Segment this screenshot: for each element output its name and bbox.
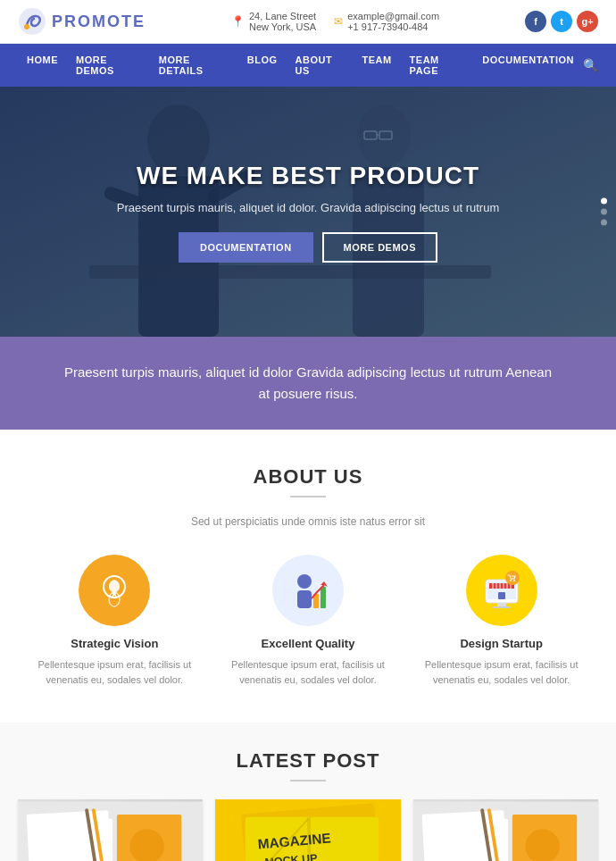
- navigation: HOME MORE DEMOS MORE DETAILS BLOG ABOUT …: [0, 44, 616, 87]
- logo-icon: [18, 7, 46, 36]
- phone-number: +1 917-73940-484: [347, 21, 439, 32]
- hero-section: WE MAKE BEST PRODUCT Praesent turpis mau…: [0, 87, 616, 337]
- post-card-1: Uncategorized March 1, 2017 Amazing Blog…: [18, 799, 203, 861]
- svg-point-37: [505, 571, 520, 585]
- googleplus-button[interactable]: g+: [577, 11, 598, 32]
- post-card-2: MAGAZINE MOCK UP PACK Uncategorized Marc…: [215, 799, 400, 861]
- location-icon: 📍: [231, 15, 245, 28]
- latest-post-section: LATEST POST: [0, 723, 616, 861]
- twitter-button[interactable]: t: [551, 11, 572, 32]
- post-image-2: MAGAZINE MOCK UP PACK: [215, 799, 400, 861]
- magazine-image: MAGAZINE MOCK UP PACK: [215, 799, 400, 861]
- email-icon: ✉: [334, 15, 343, 28]
- feature-2-title: Excellent Quality: [228, 637, 388, 650]
- about-title: ABOUT US: [27, 465, 589, 489]
- slider-dot-1[interactable]: [601, 198, 607, 205]
- logo-text: PROMOTE: [52, 13, 146, 31]
- quality-icon-wrap: [272, 555, 344, 626]
- feature-3-title: Design Startup: [421, 637, 582, 650]
- top-bar: PROMOTE 📍 24, Lane Street New York, USA …: [0, 0, 616, 44]
- svg-rect-21: [297, 590, 312, 608]
- feature-3-text: Pellentesque ipsum erat, facilisis ut ve…: [421, 657, 582, 687]
- address-line2: New York, USA: [249, 21, 316, 32]
- contact-info: 📍 24, Lane Street New York, USA ✉ exampl…: [231, 11, 439, 32]
- more-demos-button[interactable]: MORE DEMOS: [322, 232, 437, 263]
- documentation-button[interactable]: DOCUMENTATION: [179, 232, 313, 263]
- stationery-image-1: [18, 799, 203, 861]
- nav-links: HOME MORE DEMOS MORE DETAILS BLOG ABOUT …: [18, 44, 583, 87]
- latest-title-divider: [290, 780, 326, 782]
- brain-lightbulb-icon: [95, 571, 134, 610]
- about-section: ABOUT US Sed ut perspiciatis unde omnis …: [0, 430, 616, 723]
- svg-rect-27: [497, 603, 506, 606]
- feature-excellent-quality: Excellent Quality Pellentesque ipsum era…: [228, 555, 388, 687]
- address-info: 📍 24, Lane Street New York, USA: [231, 11, 316, 32]
- svg-point-20: [297, 574, 312, 589]
- svg-point-38: [510, 580, 512, 581]
- slider-dots: [601, 198, 607, 226]
- nav-more-details[interactable]: MORE DETAILS: [150, 44, 238, 87]
- nav-team-page[interactable]: TEAM PAGE: [401, 44, 474, 87]
- latest-post-title: LATEST POST: [18, 749, 598, 773]
- feature-design-startup: Design Startup Pellentesque ipsum erat, …: [421, 555, 582, 687]
- email-info: ✉ example@gmail.com +1 917-73940-484: [334, 11, 439, 32]
- svg-rect-23: [320, 587, 326, 608]
- strategic-vision-icon-wrap: [79, 555, 150, 626]
- hero-content: WE MAKE BEST PRODUCT Praesent turpis mau…: [99, 144, 517, 280]
- email-address: example@gmail.com: [347, 11, 439, 21]
- nav-team[interactable]: TEAM: [353, 44, 400, 87]
- nav-home[interactable]: HOME: [18, 44, 67, 87]
- search-icon[interactable]: 🔍: [583, 58, 598, 72]
- feature-1-title: Strategic Vision: [34, 637, 195, 650]
- slider-dot-2[interactable]: [601, 209, 607, 215]
- hero-title: WE MAKE BEST PRODUCT: [117, 162, 499, 190]
- feature-1-text: Pellentesque ipsum erat, facilisis ut ve…: [34, 657, 195, 687]
- nav-about-us[interactable]: ABOUT US: [287, 44, 354, 87]
- design-startup-icon-wrap: [466, 555, 537, 626]
- hero-subtitle: Praesent turpis mauris, aliquet id dolor…: [117, 201, 499, 214]
- feature-strategic-vision: Strategic Vision Pellentesque ipsum erat…: [34, 555, 195, 687]
- svg-point-19: [112, 592, 116, 596]
- social-icons: f t g+: [525, 11, 598, 32]
- nav-documentation[interactable]: DOCUMENTATION: [473, 44, 583, 87]
- stationery-image-2: [413, 799, 598, 861]
- title-divider: [290, 496, 326, 497]
- post-card-3: Uncategorized March 1, 2017 Investment I…: [413, 799, 598, 861]
- svg-rect-28: [493, 606, 511, 608]
- purple-band-text: Praesent turpis mauris, aliquet id dolor…: [58, 362, 558, 405]
- features-grid: Strategic Vision Pellentesque ipsum erat…: [27, 555, 589, 687]
- nav-blog[interactable]: BLOG: [238, 44, 287, 87]
- hero-buttons: DOCUMENTATION MORE DEMOS: [117, 232, 499, 263]
- slider-dot-3[interactable]: [601, 220, 607, 226]
- post-image-3: [413, 799, 598, 861]
- post-image-1: [18, 799, 203, 861]
- quality-chart-person-icon: [285, 567, 331, 614]
- posts-grid: Uncategorized March 1, 2017 Amazing Blog…: [18, 799, 598, 861]
- svg-point-1: [24, 24, 29, 29]
- about-subtitle: Sed ut perspiciatis unde omnis iste natu…: [27, 515, 589, 528]
- address-line1: 24, Lane Street: [249, 11, 316, 21]
- logo[interactable]: PROMOTE: [18, 7, 146, 36]
- nav-more-demos[interactable]: MORE DEMOS: [67, 44, 150, 87]
- facebook-button[interactable]: f: [525, 11, 546, 32]
- feature-2-text: Pellentesque ipsum erat, facilisis ut ve…: [228, 657, 388, 687]
- purple-band: Praesent turpis mauris, aliquet id dolor…: [0, 337, 616, 430]
- svg-rect-36: [498, 592, 505, 599]
- svg-point-39: [513, 580, 515, 581]
- store-computer-icon: [479, 567, 525, 614]
